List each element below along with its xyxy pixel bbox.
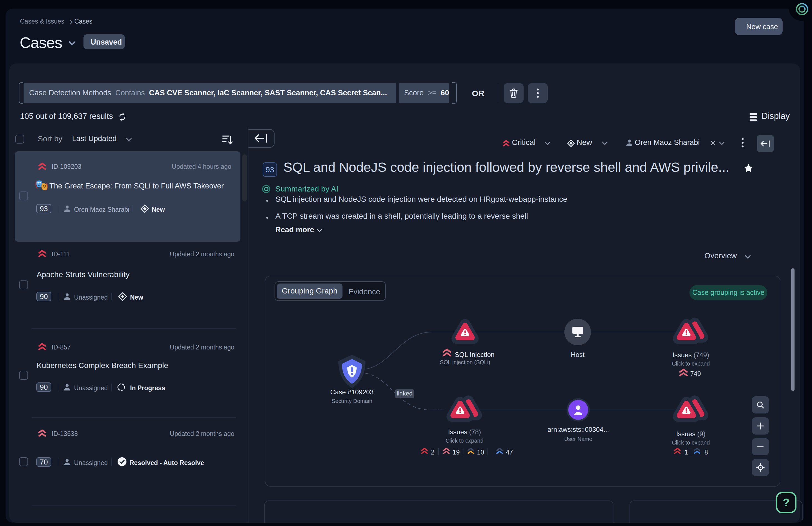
svg-text:Click to expand: Click to expand [446, 438, 484, 444]
svg-text:2: 2 [431, 449, 435, 456]
svg-text:Host: Host [571, 351, 584, 358]
svg-text:arn:aws:sts::00304...: arn:aws:sts::00304... [548, 426, 609, 433]
svg-text:19: 19 [453, 449, 460, 456]
svg-text:SQL Injection: SQL Injection [455, 351, 494, 358]
svg-text:User Name: User Name [564, 436, 592, 442]
svg-text:Security Domain: Security Domain [332, 398, 373, 404]
svg-text:SQL injection (SQLi): SQL injection (SQLi) [440, 359, 490, 365]
svg-text:Issues (749): Issues (749) [672, 351, 709, 359]
svg-text:Click to expand: Click to expand [672, 361, 710, 367]
svg-text:1: 1 [684, 449, 688, 456]
svg-text:Issues (78): Issues (78) [448, 428, 481, 436]
svg-text:47: 47 [506, 449, 513, 456]
svg-text:Click to expand: Click to expand [672, 439, 710, 446]
svg-text:749: 749 [690, 370, 701, 377]
svg-text:10: 10 [477, 449, 484, 456]
svg-text:Case #109203: Case #109203 [330, 388, 374, 396]
svg-text:Issues (9): Issues (9) [676, 430, 705, 438]
svg-text:8: 8 [705, 449, 708, 456]
